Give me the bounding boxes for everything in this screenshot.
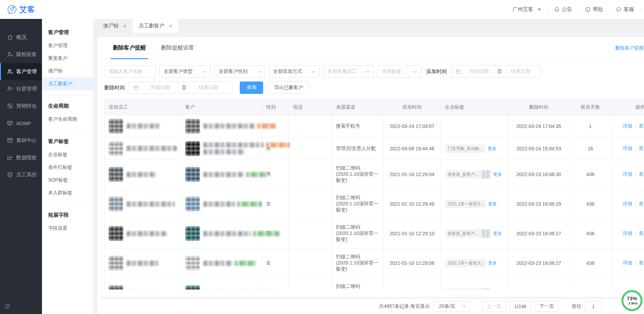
filter-select-3[interactable]: 全部所属员工 — [323, 65, 374, 78]
close-icon[interactable]: ✕ — [123, 24, 127, 29]
sidebar-item-5[interactable]: ADMP — [0, 115, 42, 132]
more-tags-link[interactable]: 更多 — [493, 231, 502, 236]
account-switcher[interactable]: 广州艾客 — [506, 6, 547, 13]
sidebar-item-2[interactable]: 客户管理 — [0, 63, 42, 80]
customer-avatar — [185, 141, 200, 156]
menu-announcement[interactable]: 公告 — [548, 6, 578, 13]
menu-help[interactable]: 帮助 — [579, 6, 609, 13]
view-chat-link[interactable]: 查看聊天 — [639, 260, 644, 266]
filter-select-2[interactable]: 全部添加方式 — [269, 65, 320, 78]
submenu-item[interactable]: 未入群标签 — [42, 186, 93, 199]
phone-cell — [289, 115, 332, 137]
detail-link[interactable]: 详细 — [623, 171, 632, 177]
filter-select-4[interactable]: 全部标签 — [377, 65, 421, 78]
customer-cell — [181, 189, 262, 219]
detail-link[interactable]: 详细 — [623, 260, 632, 266]
added-time-cell: 2021-01-10 12:29:04 — [383, 160, 441, 189]
view-chat-link[interactable]: 查看聊天 — [639, 230, 644, 236]
source-cell: 扫描二维码(2020.1.10深圳零一裂变) — [332, 278, 383, 290]
workspace-tab[interactable]: 僵尸粉✕ — [97, 19, 133, 33]
detail-link[interactable]: 详细 — [623, 230, 632, 236]
submenu-item[interactable]: 僵尸粉 — [42, 65, 93, 77]
more-tags-link[interactable]: 更多 — [488, 201, 497, 206]
view-chat-link[interactable]: 查看聊天 — [639, 145, 644, 151]
submenu-item[interactable]: SOP标签 — [42, 174, 93, 186]
prev-page-button[interactable]: 上一页 — [482, 301, 506, 312]
actions-cell: 详细查看聊天 — [611, 160, 644, 189]
detail-link[interactable]: 详细 — [623, 145, 632, 151]
export-deleted-button[interactable]: 导出已删客户 — [268, 82, 309, 94]
actions-cell: 详细查看聊天 — [611, 189, 644, 219]
submenu-item[interactable]: 字段设置 — [42, 222, 93, 235]
view-chat-link[interactable]: 查看聊天 — [639, 123, 644, 129]
more-tags-link[interactable]: 更多 — [487, 146, 496, 151]
tab-delete-customer-reminder[interactable]: 删除客户提醒 — [113, 37, 146, 59]
source-cell: 扫描二维码(2020.1.10深圳零一裂变) — [332, 189, 383, 219]
deleted-time-cell: 2022-03-23 18:08:27 — [508, 248, 570, 278]
logo-bubble-icon — [7, 4, 17, 15]
customer-suffix-redacted — [266, 142, 290, 148]
sidebar-item-1[interactable]: 吸粉获客 — [0, 46, 42, 63]
tag-chip: 2021.1零一裂变大... — [445, 259, 486, 267]
view-chat-link[interactable]: 查看聊天 — [639, 171, 644, 177]
search-button[interactable]: 查询 — [240, 82, 263, 94]
deleted-time-cell: 2022-03-24 17:04:35 — [508, 115, 570, 137]
next-page-button[interactable]: 下一页 — [535, 301, 559, 312]
submenu-item[interactable]: 员工删客户 — [42, 77, 93, 90]
table-row: 男管理员/负责人分配2022-03-08 19:44:46门店导购_首次触...… — [105, 137, 644, 160]
customer-name-input[interactable]: 请输入客户名称 — [104, 65, 156, 78]
retention-days-cell: 438 — [570, 160, 611, 189]
column-header: 企业标签 — [441, 100, 508, 115]
close-icon[interactable]: ✕ — [169, 24, 173, 29]
tag-chip: 拼多多_新客户... — [445, 229, 481, 238]
tab-delete-reminder-settings[interactable]: 删除提醒设置 — [161, 37, 194, 59]
chevron-down-icon — [311, 69, 316, 74]
submenu-item[interactable]: 重复客户 — [42, 52, 93, 65]
sidebar-item-8[interactable]: 员工风控 — [0, 166, 42, 183]
shield-check-icon — [7, 172, 13, 178]
page-size-select[interactable]: 20条/页 — [433, 301, 470, 312]
staff-cell — [105, 278, 181, 290]
sidebar-item-7[interactable]: 数据绩效 — [0, 149, 42, 166]
submenu-item[interactable]: 客户生命周期 — [42, 113, 93, 126]
delete-time-label: 删除时间 — [104, 85, 125, 91]
tutorial-link[interactable]: 删除客户提醒教程 — [615, 37, 644, 59]
more-tags-link[interactable]: 更多 — [488, 260, 497, 266]
sidebar-item-6[interactable]: 素材中心 — [0, 132, 42, 149]
phone-cell — [289, 219, 332, 248]
tag-chip-redacted — [481, 289, 491, 290]
customer-avatar — [185, 119, 200, 133]
table-header-row: 添加员工客户性别电话来源渠道添加时间企业标签删除时间留存天数操作 — [105, 100, 644, 115]
submenu-item[interactable]: 客户管理 — [42, 39, 93, 52]
goto-page-input[interactable]: 1 — [585, 301, 602, 312]
menu-collapse-icon[interactable] — [4, 303, 11, 310]
source-cell: 管理员/负责人分配 — [332, 137, 383, 160]
customer-suffix-redacted — [253, 231, 280, 236]
sidebar-item-3[interactable]: 社群管理 — [0, 80, 42, 97]
sidebar-item-0[interactable]: 概况 — [0, 29, 42, 46]
delete-time-range-picker[interactable]: 开始日期 至 结束日期 — [129, 82, 232, 94]
submenu-item[interactable]: 企业标签 — [42, 148, 93, 161]
customer-table: 添加员工客户性别电话来源渠道添加时间企业标签删除时间留存天数操作 男搜索手机号2… — [105, 100, 644, 290]
actions-cell: 详细查看聊天 — [611, 219, 644, 248]
column-header: 性别 — [262, 100, 289, 115]
detail-link[interactable]: 详细 — [623, 123, 632, 129]
customer-suffix-redacted — [237, 202, 262, 207]
tag-chip: 拼多多_新客户... — [445, 170, 481, 178]
filter-select-1[interactable]: 全部客户性别 — [214, 65, 265, 78]
filter-select-0[interactable]: 全部客户类型 — [159, 65, 211, 78]
workspace-tab[interactable]: 员工删客户✕ — [133, 19, 179, 33]
more-tags-link[interactable]: 更多 — [493, 172, 502, 177]
calendar-icon — [133, 85, 139, 90]
submenu-item[interactable]: 条件打标签 — [42, 161, 93, 174]
table-row: 男搜索手机号2022-03-24 17:03:072022-03-24 17:0… — [105, 115, 644, 137]
table-row: 女扫描二维码(2020.1.10深圳零一裂变)2021-01-10 12:29:… — [105, 248, 644, 278]
view-chat-link[interactable]: 查看聊天 — [639, 201, 644, 206]
detail-link[interactable]: 详细 — [623, 201, 632, 206]
added-time-cell: 2022-03-08 19:44:46 — [383, 137, 441, 160]
main-panel: 删除客户提醒 删除提醒设置 删除客户提醒教程 请输入客户名称 全部客户类型全部客… — [97, 37, 644, 314]
network-monitor-badge[interactable]: 73% ↓ 3.3K/s — [622, 290, 642, 311]
sidebar-item-4[interactable]: 营销转化 — [0, 97, 42, 115]
add-time-range-picker[interactable]: 开始日期 至 结束日期 — [451, 65, 541, 78]
menu-support[interactable]: 客服 — [610, 6, 640, 13]
